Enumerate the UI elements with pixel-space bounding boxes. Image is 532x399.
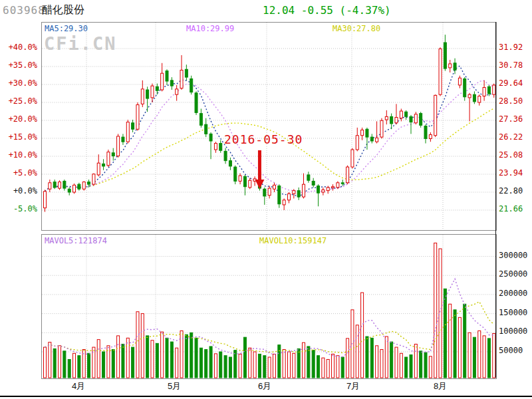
- candle-body: [63, 181, 66, 188]
- volume-bar: [395, 347, 398, 378]
- candle-body: [288, 194, 291, 200]
- candle-body: [146, 90, 149, 98]
- mavol5-label: MAVOL5:121874: [45, 236, 107, 245]
- chart-right-border: [495, 22, 496, 378]
- volume-axis-label: 300000: [499, 251, 527, 260]
- candle-body: [117, 136, 120, 156]
- volume-bar: [458, 317, 461, 378]
- candle-body: [478, 96, 481, 102]
- volume-bar: [361, 293, 364, 378]
- candle-body: [439, 49, 442, 94]
- volume-bar: [141, 314, 144, 378]
- volume-bar: [126, 338, 129, 378]
- candle-body: [370, 137, 373, 141]
- price-axis-label: 29.64: [499, 78, 523, 88]
- price-axis-label: 31.92: [499, 43, 523, 52]
- volume-bar: [439, 249, 442, 378]
- candle-body: [166, 71, 168, 81]
- candle-body: [205, 124, 207, 134]
- price-axis-label: 30.78: [499, 61, 523, 70]
- volume-bar: [444, 289, 446, 378]
- candle-body: [400, 111, 402, 118]
- volume-bar: [156, 343, 158, 378]
- candle-body: [161, 73, 164, 90]
- candle-body: [405, 112, 408, 116]
- volume-bar: [49, 342, 51, 378]
- candle-body: [434, 95, 437, 135]
- candle-body: [327, 188, 329, 191]
- candle-body: [312, 181, 315, 185]
- month-label: 7月: [340, 380, 366, 392]
- volume-bar: [400, 353, 402, 378]
- volume-bar: [473, 337, 475, 378]
- candle-body: [385, 116, 388, 120]
- volume-bar: [209, 346, 212, 378]
- volume-bar: [117, 336, 120, 378]
- volume-bar: [390, 342, 393, 378]
- candle-body: [322, 190, 325, 192]
- volume-bar: [370, 338, 373, 378]
- candle-body: [351, 150, 354, 167]
- candle-body: [410, 116, 412, 122]
- candle-body: [126, 122, 129, 142]
- candle-body: [88, 182, 90, 185]
- volume-bar: [487, 338, 490, 378]
- candle-body: [487, 86, 490, 94]
- price-axis-label: 25.08: [499, 150, 523, 160]
- volume-bar: [483, 336, 485, 378]
- month-label: 6月: [251, 380, 278, 392]
- stock-chart-page: 603968 醋化股份 12.04 -0.55 (-4.37%) CFi.CN …: [0, 0, 532, 399]
- candle-body: [209, 134, 212, 141]
- volume-bar: [385, 336, 388, 378]
- percent-axis-label: +40.0%: [0, 43, 37, 52]
- volume-bar: [307, 346, 310, 378]
- volume-bar: [170, 342, 173, 378]
- candle-body: [444, 43, 446, 68]
- candle-body: [92, 174, 95, 184]
- candle-body: [414, 114, 417, 123]
- volume-bar: [405, 357, 408, 378]
- candle-body: [151, 86, 154, 98]
- volume-bar: [420, 351, 422, 378]
- volume-bar: [224, 356, 227, 378]
- volume-axis-label: 150000: [499, 308, 527, 317]
- volume-bar: [268, 357, 271, 378]
- volume-bar: [327, 359, 329, 378]
- volume-bar: [283, 350, 285, 378]
- volume-bar: [288, 352, 291, 378]
- volume-bar: [73, 353, 76, 378]
- volume-axis-label: 200000: [499, 289, 527, 298]
- candle-body: [190, 78, 193, 92]
- volume-bar: [185, 334, 188, 378]
- candle-body: [336, 183, 339, 188]
- volume-bar: [376, 346, 378, 378]
- volume-bar: [161, 332, 164, 378]
- volume-bar: [53, 348, 56, 378]
- volume-axis-label: 250000: [499, 269, 527, 279]
- volume-chart: [42, 235, 496, 378]
- percent-axis-label: +30.0%: [0, 78, 37, 88]
- volume-bar: [341, 357, 344, 378]
- mavol10-label: MAVOL10:159147: [259, 236, 327, 245]
- candle-body: [249, 180, 251, 188]
- candle-body: [293, 191, 295, 194]
- mavol10-line: [45, 302, 494, 353]
- annotation-date: 2016-05-30: [224, 132, 303, 146]
- volume-bar: [166, 338, 168, 378]
- candle-body: [122, 137, 124, 142]
- candle-body: [229, 161, 231, 166]
- volume-bar: [356, 325, 358, 378]
- candle-body: [107, 152, 110, 166]
- candle-body: [449, 64, 452, 68]
- volume-bar: [293, 353, 295, 378]
- cfi-watermark: CFi.CN: [44, 33, 117, 54]
- candle-body: [341, 183, 344, 184]
- volume-bar: [219, 352, 222, 378]
- volume-bar: [468, 332, 471, 378]
- candle-body: [170, 80, 173, 86]
- percent-axis-label: +15.0%: [0, 132, 37, 142]
- stock-code: 603968: [3, 4, 45, 17]
- volume-bar: [229, 357, 231, 378]
- volume-bar: [346, 338, 349, 378]
- mavol5-line: [45, 279, 494, 356]
